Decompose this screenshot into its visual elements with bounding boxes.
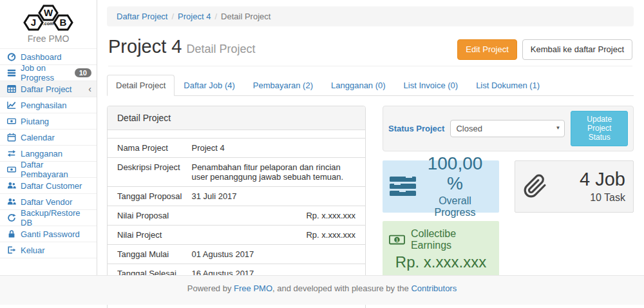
breadcrumb-project-4[interactable]: Project 4 xyxy=(178,12,211,21)
sidebar-item-penghasilan[interactable]: Penghasilan xyxy=(0,97,97,113)
chevron-left-icon: ‹ xyxy=(88,84,91,93)
sidebar-item-label: Job on Progress xyxy=(21,63,70,82)
jobs-text: 4 Job 10 Task xyxy=(547,169,625,204)
progress-text: 100,00 % Overall Progress xyxy=(417,154,493,218)
table-row: Nilai Proposal Rp. x.xxx.xxx xyxy=(108,206,365,225)
tab-langganan[interactable]: Langganan (0) xyxy=(322,75,395,96)
row-value: 01 Agustus 2017 xyxy=(191,244,365,264)
exchange-icon xyxy=(6,149,16,158)
sidebar-item-label: Daftar Vendor xyxy=(21,197,72,207)
free-pmo-link[interactable]: Free PMO xyxy=(234,284,272,293)
status-select-wrap: Closed xyxy=(450,120,565,137)
tab-detail-project[interactable]: Detail Project xyxy=(107,75,175,96)
status-select[interactable]: Closed xyxy=(450,120,565,137)
stat-boxes: 100,00 % Overall Progress 4 Job 10 Task xyxy=(383,160,634,213)
sidebar-item-label: Keluar xyxy=(21,245,45,255)
sidebar-item-label: Langganan xyxy=(21,149,62,159)
jobs-value: 4 Job xyxy=(547,169,625,190)
tab-pembayaran[interactable]: Pembayaran (2) xyxy=(244,75,322,96)
row-value: 31 Juli 2017 xyxy=(191,186,365,206)
money-icon xyxy=(6,165,16,174)
tab-bar: Detail Project Daftar Job (4) Pembayaran… xyxy=(107,75,634,96)
svg-text:.com: .com xyxy=(43,21,53,26)
status-project-label: Status Project xyxy=(388,124,444,133)
sidebar-item-calendar[interactable]: Calendar xyxy=(0,130,97,146)
page-header: Project 4Detail Project Edit Project Kem… xyxy=(108,36,632,66)
status-project-bar: Status Project Closed Update Project Sta… xyxy=(383,106,634,151)
back-to-list-button[interactable]: Kembali ke daftar Project xyxy=(522,39,632,60)
sidebar-item-daftar-pembayaran[interactable]: Daftar Pembayaran xyxy=(0,162,97,178)
sidebar-menu: Dashboard Job on Progress 10 Daftar Proj… xyxy=(0,48,97,258)
svg-text:W: W xyxy=(44,7,53,18)
earnings-header: 1 Collectibe Earnings xyxy=(389,228,493,251)
tab-daftar-job[interactable]: Daftar Job (4) xyxy=(175,75,243,96)
row-label: Nilai Proposal xyxy=(108,206,191,225)
row-value: Rp. x.xxx.xxx xyxy=(191,206,365,225)
sidebar-item-label: Calendar xyxy=(21,133,55,142)
sidebar-item-label: Daftar Project xyxy=(21,84,71,94)
sidebar-item-backup-restore[interactable]: Backup/Restore DB xyxy=(0,210,97,226)
panel-title: Detail Project xyxy=(108,106,365,130)
table-row: Tanggal Mulai 01 Agustus 2017 xyxy=(108,244,365,264)
sidebar-item-label: Ganti Password xyxy=(21,229,80,239)
contributors-link[interactable]: Contributors xyxy=(411,284,457,293)
table-icon xyxy=(6,84,16,93)
sidebar-item-label: Piutang xyxy=(21,117,49,126)
main-content: Daftar Project/Project 4/Detail Project … xyxy=(97,0,644,308)
edit-project-button[interactable]: Edit Project xyxy=(457,39,516,60)
sidebar-item-job-on-progress[interactable]: Job on Progress 10 xyxy=(0,65,97,81)
svg-text:1: 1 xyxy=(395,237,398,243)
sidebar-item-keluar[interactable]: Keluar xyxy=(0,242,97,258)
footer-text: , and developed with pleasure by the xyxy=(272,284,411,293)
breadcrumb-current: Detail Project xyxy=(221,12,270,21)
sidebar-item-ganti-password[interactable]: Ganti Password xyxy=(0,226,97,242)
tab-list-invoice[interactable]: List Invoice (0) xyxy=(395,75,468,96)
row-value: Penambahan fitur pelaporan dan rincian u… xyxy=(191,157,365,186)
money-icon: 1 xyxy=(389,235,405,245)
job-count-badge: 10 xyxy=(75,68,91,77)
sidebar-item-label: Daftar Pembayaran xyxy=(21,160,91,179)
dashboard-icon xyxy=(6,52,16,61)
logo[interactable]: J B W .com Free PMO xyxy=(0,0,97,44)
paperclip-icon xyxy=(523,174,547,198)
page-title-text: Project 4 xyxy=(108,36,182,57)
tasks-icon xyxy=(389,175,417,198)
earnings-value: Rp. x.xxx.xxx xyxy=(389,253,493,271)
tab-list-dokumen[interactable]: List Dokumen (1) xyxy=(467,75,549,96)
sidebar-item-daftar-customer[interactable]: Daftar Customer xyxy=(0,178,97,194)
sidebar-item-label: Penghasilan xyxy=(21,101,67,110)
row-value: Project 4 xyxy=(191,138,365,157)
svg-text:B: B xyxy=(60,17,67,28)
footer: Powered by Free PMO, and developed with … xyxy=(0,275,644,305)
sidebar-item-daftar-project[interactable]: Daftar Project ‹ xyxy=(0,81,97,97)
earnings-box: 1 Collectibe Earnings Rp. x.xxx.xxx xyxy=(383,221,499,280)
progress-caption: Overall Progress xyxy=(417,195,493,218)
table-row: Nama Project Project 4 xyxy=(108,138,365,157)
line-chart-icon xyxy=(6,101,16,110)
jwb-logo-icon: J B W .com xyxy=(16,3,80,33)
lock-icon xyxy=(6,229,16,238)
users-icon xyxy=(6,181,16,190)
users-icon xyxy=(6,197,16,206)
header-buttons: Edit Project Kembali ke daftar Project xyxy=(457,36,632,60)
sidebar-item-piutang[interactable]: Piutang xyxy=(0,113,97,130)
sidebar-item-label: Dashboard xyxy=(21,52,62,62)
table-row: Tanggal Proposal 31 Juli 2017 xyxy=(108,186,365,206)
app-name: Free PMO xyxy=(0,34,97,44)
refresh-icon xyxy=(6,213,16,222)
row-label: Tanggal Mulai xyxy=(108,244,191,264)
breadcrumb: Daftar Project/Project 4/Detail Project xyxy=(107,6,634,26)
table-row: Deskripsi Project Penambahan fitur pelap… xyxy=(108,157,365,186)
breadcrumb-daftar-project[interactable]: Daftar Project xyxy=(117,12,167,21)
breadcrumb-separator: / xyxy=(211,12,221,21)
row-label: Deskripsi Project xyxy=(108,157,191,186)
sign-out-icon xyxy=(6,245,16,255)
tasks-icon xyxy=(6,68,16,77)
page-subtitle: Detail Project xyxy=(186,43,255,55)
sidebar-item-label: Daftar Customer xyxy=(21,181,82,191)
update-status-button[interactable]: Update Project Status xyxy=(571,111,628,146)
progress-value: 100,00 % xyxy=(417,154,493,194)
tasks-count: 10 Task xyxy=(547,192,625,204)
svg-text:J: J xyxy=(31,17,36,28)
table-row: Nilai Project Rp. x.xxx.xxx xyxy=(108,225,365,244)
